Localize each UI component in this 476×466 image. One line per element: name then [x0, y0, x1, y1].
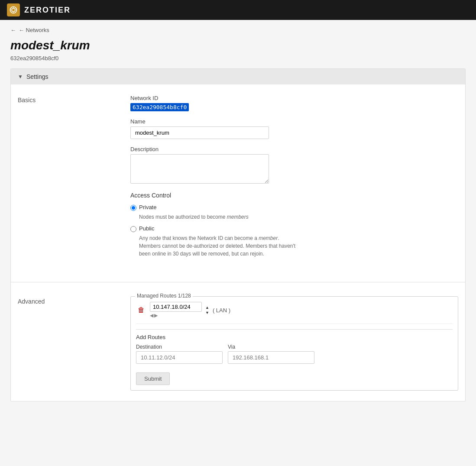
- advanced-label: Advanced: [18, 296, 130, 391]
- settings-header-label: Settings: [26, 73, 49, 80]
- add-routes-divider: [136, 329, 453, 330]
- name-label: Name: [130, 118, 458, 125]
- description-input[interactable]: [130, 154, 269, 184]
- advanced-content: Managed Routes 1/128 🗑 ◀ ▶: [130, 296, 458, 391]
- right-arrow-icon: ▶: [154, 313, 158, 318]
- network-id-label: Network ID: [130, 95, 458, 101]
- private-radio-row: Private: [130, 204, 458, 212]
- private-option: Private Nodes must be authorized to beco…: [130, 204, 458, 221]
- managed-routes-count: 1/128: [178, 293, 191, 299]
- main-content: ← ← Networks modest_krum 632ea290854b8cf…: [0, 20, 476, 466]
- advanced-row: Advanced Managed Routes 1/128 🗑: [18, 296, 458, 391]
- lan-label: ( LAN ): [213, 307, 230, 314]
- add-routes-title: Add Routes: [136, 334, 453, 340]
- destination-label: Destination: [136, 344, 223, 350]
- private-description: Nodes must be authorized to become membe…: [139, 213, 299, 221]
- via-input[interactable]: [228, 351, 314, 364]
- access-control-title: Access Control: [130, 192, 458, 199]
- public-description: Any node that knows the Network ID can b…: [139, 234, 299, 258]
- advanced-section: Advanced Managed Routes 1/128 🗑: [11, 289, 465, 401]
- access-control-section: Access Control Private Nodes must be aut…: [130, 192, 458, 258]
- app-header: ZEROTIER: [0, 0, 476, 20]
- left-arrow-icon: ◀: [150, 313, 153, 318]
- basics-content: Network ID 632ea290854b8cf0 Name Descrip…: [130, 95, 458, 265]
- back-arrow-icon: ←: [10, 27, 16, 33]
- settings-card: ▼ Settings Basics Network ID 632ea290854…: [10, 68, 466, 401]
- destination-input[interactable]: [136, 351, 223, 364]
- managed-routes-box: Managed Routes 1/128 🗑 ◀ ▶: [130, 296, 458, 391]
- down-arrow-icon: ▼: [205, 311, 209, 315]
- back-link[interactable]: ← ← Networks: [10, 27, 466, 33]
- up-arrow-icon: ▲: [205, 305, 209, 310]
- public-radio[interactable]: [130, 226, 136, 232]
- private-label: Private: [139, 204, 156, 210]
- name-field: Name: [130, 118, 458, 139]
- basics-section: Basics Network ID 632ea290854b8cf0 Name: [18, 95, 458, 265]
- delete-route-button[interactable]: 🗑: [136, 305, 146, 315]
- zerotier-logo-svg: [9, 6, 18, 14]
- chevron-down-icon: ▼: [18, 74, 23, 80]
- section-divider: [11, 282, 465, 282]
- managed-routes-label: Managed Routes: [137, 293, 178, 299]
- page-network-id: 632ea290854b8cf0: [10, 55, 466, 61]
- logo-icon: [7, 3, 20, 16]
- back-label: ← Networks: [19, 27, 49, 33]
- private-radio[interactable]: [130, 205, 136, 211]
- description-field: Description: [130, 146, 458, 185]
- settings-header[interactable]: ▼ Settings: [11, 69, 465, 84]
- public-label: Public: [139, 225, 154, 232]
- via-label: Via: [228, 344, 314, 350]
- route-row: 🗑 ◀ ▶ ▲: [136, 302, 453, 324]
- route-ip-input[interactable]: [150, 302, 202, 312]
- public-option: Public Any node that knows the Network I…: [130, 225, 458, 258]
- destination-field: Destination: [136, 344, 223, 364]
- route-nav-arrows: ◀ ▶: [150, 313, 202, 318]
- network-id-value[interactable]: 632ea290854b8cf0: [130, 103, 189, 111]
- add-routes-row: Destination Via: [136, 344, 453, 364]
- managed-routes-legend: Managed Routes 1/128: [135, 293, 193, 299]
- description-label: Description: [130, 146, 458, 152]
- basics-label: Basics: [18, 95, 130, 265]
- settings-body: Basics Network ID 632ea290854b8cf0 Name: [11, 84, 465, 275]
- via-field: Via: [228, 344, 314, 364]
- network-id-field: Network ID 632ea290854b8cf0: [130, 95, 458, 111]
- submit-button[interactable]: Submit: [136, 372, 170, 385]
- page-title: modest_krum: [10, 39, 466, 52]
- name-input[interactable]: [130, 126, 269, 139]
- public-radio-row: Public: [130, 225, 458, 233]
- logo-text: ZEROTIER: [24, 6, 71, 15]
